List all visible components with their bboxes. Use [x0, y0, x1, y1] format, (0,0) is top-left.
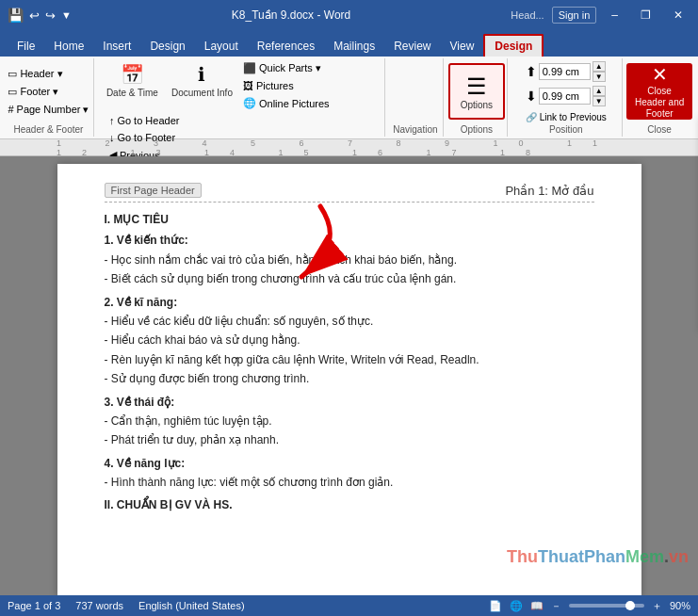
header-tab-label: First Page Header: [105, 183, 202, 198]
line-3: - Hiểu về các kiểu dữ liệu chuẩn: số ngu…: [105, 312, 594, 331]
date-time-button[interactable]: 📅 Date & Time: [102, 60, 163, 101]
ribbon-tabs: File Home Insert Design Layout Reference…: [0, 30, 698, 57]
nav-group-label: Navigation: [393, 122, 437, 135]
header-title: Phần 1: Mở đầu: [505, 184, 593, 198]
undo-icon[interactable]: ↩: [29, 8, 40, 23]
tab-file[interactable]: File: [8, 36, 44, 57]
options-group-label: Options: [461, 122, 493, 135]
watermark-mem: Mem: [625, 547, 664, 566]
minimize-button[interactable]: –: [604, 7, 625, 24]
doc-info-label: Document Info: [171, 88, 233, 98]
close-group-label: Close: [647, 122, 672, 135]
section-muc-tieu: I. MỤC TIÊU: [105, 210, 594, 229]
online-pictures-label: Online Pictures: [259, 98, 330, 109]
customize-icon[interactable]: ▼: [61, 9, 72, 21]
ribbon-group-nav: Navigation: [387, 58, 444, 137]
link-prev-label: Link to Previous: [540, 112, 607, 122]
options-btn-label: Options: [461, 100, 493, 110]
quick-parts-label: Quick Parts ▾: [259, 62, 321, 74]
plus-zoom-btn[interactable]: ＋: [652, 599, 662, 613]
pictures-label: Pictures: [256, 80, 294, 91]
status-right: 📄 🌐 📖 － ＋ 90%: [489, 599, 690, 613]
tab-home[interactable]: Home: [44, 36, 93, 57]
bottom-up-arrow[interactable]: ▲: [592, 86, 606, 96]
tab-design[interactable]: Design: [140, 36, 194, 57]
doc-info-icon: ℹ: [198, 63, 205, 86]
bottom-down-arrow[interactable]: ▼: [592, 96, 606, 106]
close-hf-button[interactable]: ✕ Close Header and Footer: [626, 63, 692, 120]
tab-view[interactable]: View: [441, 36, 484, 57]
footer-label: Footer ▾: [20, 86, 58, 98]
position-group-label: Position: [549, 122, 583, 135]
tab-insert[interactable]: Insert: [93, 36, 140, 57]
line-9: - Hình thành năng lực: viết một số chươn…: [105, 473, 594, 492]
options-icon: ☰: [466, 73, 487, 100]
ribbon-group-options: ☰ Options Options Options ✓ Different Fi…: [446, 58, 508, 137]
section-nang-luc: 4. Về năng lực:: [105, 454, 594, 473]
view-web-icon[interactable]: 🌐: [510, 600, 523, 612]
online-pictures-icon: 🌐: [243, 97, 256, 109]
doc-info-button[interactable]: ℹ Document Info: [167, 60, 237, 101]
section-thai-do: 3. Về thái độ:: [105, 393, 594, 412]
bottom-spinner-arrows: ▲ ▼: [592, 86, 606, 106]
top-position-input[interactable]: [539, 63, 591, 80]
line-6: - Sử dụng được biến trong chương trình.: [105, 369, 594, 388]
header-button[interactable]: ▭ Header ▾: [4, 66, 92, 82]
watermark-vn: vn: [669, 547, 689, 566]
doc-page: First Page Header Phần 1: Mở đầu I. MỤC …: [57, 164, 641, 595]
go-header-icon: ↑: [109, 115, 115, 126]
options-button[interactable]: ☰ Options: [448, 63, 505, 120]
tab-references[interactable]: References: [248, 36, 324, 57]
minus-zoom-btn[interactable]: －: [551, 599, 561, 613]
bottom-position-input[interactable]: [539, 88, 591, 105]
restore-button[interactable]: ❐: [633, 7, 658, 24]
title-text: K8_Tuần 9.docx - Word: [72, 8, 511, 22]
tab-review[interactable]: Review: [384, 36, 440, 57]
pictures-button[interactable]: 🖼 Pictures: [239, 78, 333, 93]
line-1: - Học sinh nắm chắc vai trò của biến, hằ…: [105, 251, 594, 269]
page-number-button[interactable]: # Page Number ▾: [4, 102, 92, 118]
line-8: - Phát triển tư duy, phản xạ nhanh.: [105, 430, 594, 449]
position-group-content: ⬆ ▲ ▼ ⬇ ▲ ▼ 🔗 Link: [526, 60, 607, 122]
title-right: Head... Sign in – ❐ ✕: [511, 7, 690, 24]
top-icon: ⬆: [526, 64, 537, 79]
section-chuan-bi: II. CHUẨN BỊ GV VÀ HS.: [105, 495, 594, 514]
top-up-arrow[interactable]: ▲: [592, 61, 606, 72]
close-hf-icon: ✕: [652, 63, 668, 86]
ribbon-group-insert: 📅 Date & Time ℹ Document Info ⬛ Quick Pa…: [96, 58, 386, 137]
ruler: 1 2 3 4 5 6 7 8 9 10 11 12 13 14 15 16 1…: [0, 139, 698, 156]
online-pictures-button[interactable]: 🌐 Online Pictures: [239, 95, 333, 111]
tab-design-active[interactable]: Design: [483, 34, 544, 57]
go-to-header-button[interactable]: ↑ Go to Header: [106, 113, 184, 128]
footer-button[interactable]: ▭ Footer ▾: [4, 84, 92, 100]
position-spinners: ⬆ ▲ ▼ ⬇ ▲ ▼ 🔗 Link: [526, 61, 607, 122]
zoom-slider[interactable]: [569, 604, 644, 608]
ribbon-group-close: ✕ Close Header and Footer Close: [625, 58, 694, 137]
hf-group-content: ▭ Header ▾ ▭ Footer ▾ # Page Number ▾: [4, 60, 92, 122]
link-prev-icon: 🔗: [526, 112, 537, 122]
watermark-phan: Phan: [584, 547, 625, 566]
redo-icon[interactable]: ↪: [45, 8, 56, 23]
words-status: 737 words: [75, 600, 123, 611]
quick-parts-icon: ⬛: [243, 62, 256, 74]
view-read-icon[interactable]: 📖: [530, 600, 544, 612]
doc-content: I. MỤC TIÊU 1. Về kiến thức: - Học sinh …: [105, 210, 594, 515]
close-button[interactable]: ✕: [666, 7, 690, 24]
head-label: Head...: [511, 9, 544, 21]
bottom-icon: ⬇: [526, 89, 537, 104]
quick-parts-button[interactable]: ⬛ Quick Parts ▾: [239, 60, 333, 76]
options-group-content: ☰ Options: [448, 60, 505, 122]
title-bar: 💾 ↩ ↪ ▼ K8_Tuần 9.docx - Word Head... Si…: [0, 0, 698, 30]
tab-mailings[interactable]: Mailings: [324, 36, 384, 57]
save-icon[interactable]: 💾: [8, 8, 24, 23]
top-down-arrow[interactable]: ▼: [592, 72, 606, 82]
view-print-icon[interactable]: 📄: [489, 600, 502, 612]
signin-button[interactable]: Sign in: [552, 7, 597, 24]
ruler-content: 1 2 3 4 5 6 7 8 9 10 11 12 13 14 15 16 1…: [19, 139, 679, 156]
zoom-thumb: [625, 601, 635, 610]
line-5: - Rèn luyện kĩ năng kết hợp giữa câu lện…: [105, 350, 594, 369]
ribbon: ▭ Header ▾ ▭ Footer ▾ # Page Number ▾ He…: [0, 57, 698, 139]
line-7: - Cẩn thận, nghiêm túc luyện tập.: [105, 412, 594, 430]
tab-layout[interactable]: Layout: [195, 36, 248, 57]
ribbon-group-position: ⬆ ▲ ▼ ⬇ ▲ ▼ 🔗 Link: [510, 58, 623, 137]
